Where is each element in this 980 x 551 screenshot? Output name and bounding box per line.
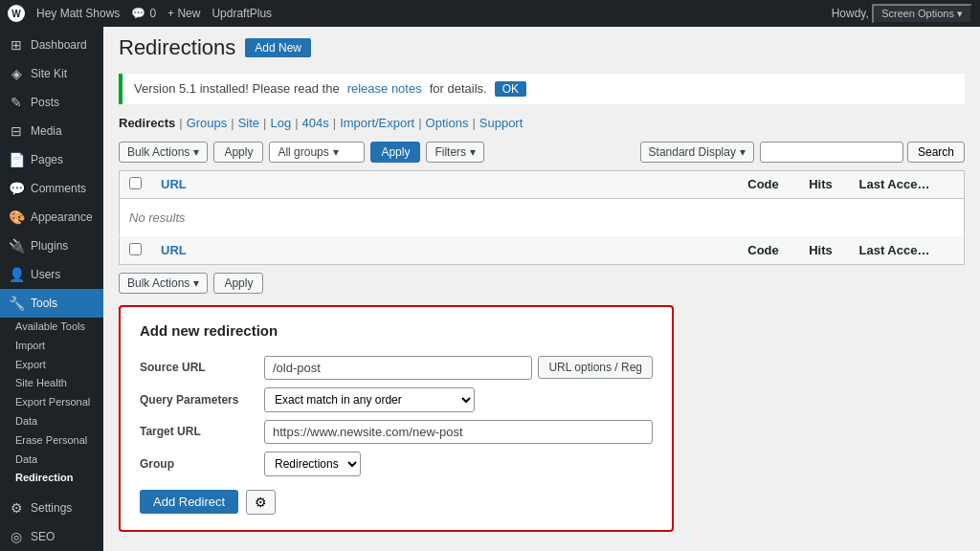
- sidebar-item-comments[interactable]: 💬 Comments: [0, 174, 103, 203]
- sub-nav: Redirects |Groups |Site |Log |404s |Impo…: [119, 116, 965, 130]
- sidebar-item-seo[interactable]: ◎ SEO: [0, 522, 103, 551]
- notice-ok-button[interactable]: OK: [495, 81, 526, 97]
- subnav-site[interactable]: Site: [238, 116, 259, 130]
- sidebar-item-posts[interactable]: ✎ Posts: [0, 88, 103, 117]
- bottom-bulk-actions-dropdown[interactable]: Bulk Actions ▾: [119, 273, 208, 294]
- search-input[interactable]: [760, 142, 903, 163]
- col-last-header[interactable]: Last Acce…: [850, 170, 965, 198]
- adminbar-comments[interactable]: 💬 0: [131, 7, 156, 20]
- sidebar-item-label: Pages: [31, 153, 63, 166]
- adminbar-updraft[interactable]: UpdraftPlus: [212, 7, 272, 20]
- wp-logo[interactable]: [8, 5, 25, 22]
- subnav-log[interactable]: Log: [270, 116, 291, 130]
- all-groups-chevron: ▾: [333, 145, 339, 159]
- version-notice: Version 5.1 installed! Please read the r…: [119, 74, 965, 104]
- source-url-input[interactable]: [264, 356, 532, 380]
- search-area: Search: [760, 142, 965, 163]
- add-redirection-box: Add new redirection Source URL URL optio…: [119, 305, 674, 532]
- col-hits-header[interactable]: Hits: [792, 170, 850, 198]
- sidebar-item-label: Dashboard: [31, 38, 87, 52]
- sidebar-item-appearance[interactable]: 🎨 Appearance: [0, 203, 103, 231]
- release-notes-link[interactable]: release notes: [347, 81, 422, 96]
- source-url-label: Source URL: [140, 361, 206, 374]
- add-redirection-form: Source URL URL options / Reg Query Param…: [140, 352, 653, 480]
- select-all-checkbox[interactable]: [129, 177, 142, 189]
- subnav-404s[interactable]: 404s: [302, 116, 329, 130]
- bottom-bulk-actions-label: Bulk Actions: [127, 276, 189, 290]
- subnav-groups[interactable]: Groups: [187, 116, 228, 130]
- foot-url-header[interactable]: URL: [151, 236, 735, 264]
- apply-button[interactable]: Apply: [213, 142, 263, 163]
- filters-dropdown[interactable]: Filters ▾: [426, 142, 484, 163]
- source-url-row: Source URL URL options / Reg: [140, 352, 653, 384]
- subnav-support[interactable]: Support: [479, 116, 523, 130]
- add-redirect-button[interactable]: Add Redirect: [140, 490, 238, 514]
- sidebar-item-settings[interactable]: ⚙ Settings: [0, 494, 103, 522]
- sidebar-item-pages[interactable]: 📄 Pages: [0, 145, 103, 174]
- adminbar-right: Howdy, Screen Options ▾: [832, 4, 972, 24]
- col-checkbox: [120, 170, 152, 198]
- add-new-button[interactable]: Add New: [245, 38, 311, 57]
- select-all-footer-checkbox[interactable]: [129, 243, 142, 255]
- submenu-import[interactable]: Import: [15, 337, 103, 356]
- subnav-options[interactable]: Options: [426, 116, 469, 130]
- table-header-row: URL Code Hits Last Acce…: [120, 170, 965, 198]
- submenu-export[interactable]: Export: [15, 356, 103, 375]
- top-tablenav: Bulk Actions ▾ Apply All groups ▾ Apply …: [119, 142, 965, 163]
- admin-sidebar: ⊞ Dashboard ◈ Site Kit ✎ Posts ⊟ Media 📄…: [0, 27, 103, 551]
- sidebar-item-sitekit[interactable]: ◈ Site Kit: [0, 59, 103, 88]
- settings-gear-icon: ⚙: [255, 495, 267, 510]
- no-results-row: No results: [120, 198, 965, 236]
- group-select[interactable]: Redirections Internal: [264, 452, 361, 476]
- subnav-importexport[interactable]: Import/Export: [340, 116, 414, 130]
- sidebar-item-tools[interactable]: 🔧 Tools: [0, 289, 103, 318]
- query-params-select[interactable]: Exact match in any order Ignore all para…: [264, 387, 475, 412]
- bottom-apply-button[interactable]: Apply: [213, 273, 263, 294]
- users-icon: 👤: [8, 266, 25, 283]
- subnav-redirects[interactable]: Redirects: [119, 116, 175, 130]
- sidebar-item-label: Appearance: [31, 210, 93, 224]
- sidebar-item-label: Comments: [31, 182, 86, 195]
- group-row: Group Redirections Internal: [140, 448, 653, 480]
- filters-chevron: ▾: [470, 145, 476, 159]
- foot-hits-header[interactable]: Hits: [792, 236, 850, 264]
- col-code-header[interactable]: Code: [735, 170, 792, 198]
- sidebar-item-dashboard[interactable]: ⊞ Dashboard: [0, 31, 103, 59]
- sidebar-item-label: Tools: [31, 297, 57, 310]
- submenu-erase-personal[interactable]: Erase Personal Data: [15, 431, 103, 470]
- redirections-table: URL Code Hits Last Acce… No results URL: [119, 170, 965, 265]
- submenu-site-health[interactable]: Site Health: [15, 374, 103, 393]
- group-label: Group: [140, 457, 174, 471]
- sidebar-item-media[interactable]: ⊟ Media: [0, 117, 103, 145]
- query-params-row: Query Parameters Exact match in any orde…: [140, 384, 653, 416]
- bulk-actions-dropdown[interactable]: Bulk Actions ▾: [119, 142, 208, 163]
- main-content: Redirections Add New Version 5.1 install…: [103, 27, 980, 551]
- no-results-cell: No results: [120, 198, 965, 236]
- apply2-button[interactable]: Apply: [370, 142, 420, 163]
- dashboard-icon: ⊞: [8, 36, 25, 54]
- submenu-available-tools[interactable]: Available Tools: [15, 318, 103, 337]
- adminbar-site-name[interactable]: Hey Matt Shows: [36, 7, 120, 20]
- sitekit-icon: ◈: [8, 65, 25, 82]
- submenu-export-personal[interactable]: Export Personal Data: [15, 393, 103, 431]
- plugins-icon: 🔌: [8, 237, 25, 254]
- screen-options-button[interactable]: Screen Options ▾: [872, 4, 972, 24]
- comments-icon: 💬: [8, 180, 25, 197]
- adminbar-new[interactable]: + New: [167, 7, 200, 20]
- col-url-header[interactable]: URL: [151, 170, 735, 198]
- all-groups-dropdown[interactable]: All groups ▾: [269, 142, 365, 163]
- url-options-button[interactable]: URL options / Reg: [538, 356, 653, 379]
- bottom-tablenav: Bulk Actions ▾ Apply: [119, 273, 965, 294]
- sidebar-item-plugins[interactable]: 🔌 Plugins: [0, 231, 103, 260]
- settings-icon: ⚙: [8, 499, 25, 517]
- submenu-redirection[interactable]: Redirection: [15, 469, 103, 488]
- target-url-input[interactable]: [264, 420, 653, 444]
- redirection-settings-button[interactable]: ⚙: [246, 490, 276, 515]
- display-dropdown[interactable]: Standard Display ▾: [640, 142, 754, 163]
- search-button[interactable]: Search: [907, 142, 965, 163]
- foot-last-header[interactable]: Last Acce…: [850, 236, 965, 264]
- sidebar-item-users[interactable]: 👤 Users: [0, 260, 103, 289]
- foot-code-header[interactable]: Code: [735, 236, 792, 264]
- display-chevron: ▾: [740, 145, 746, 159]
- bulk-actions-chevron: ▾: [193, 145, 199, 159]
